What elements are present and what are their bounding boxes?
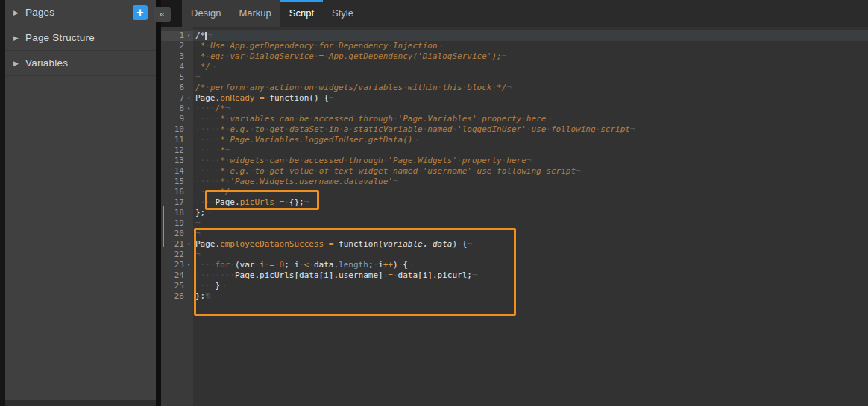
tab-bar-right-section xyxy=(282,0,868,27)
eol-mark: ¬ xyxy=(472,270,477,280)
code-line[interactable]: ¬ xyxy=(195,218,868,229)
fold-arrow-icon[interactable]: ▾ xyxy=(184,95,193,101)
tab-design[interactable]: Design xyxy=(182,0,230,27)
code-line[interactable]: ·····*·widgets·can·be·accessed·through·'… xyxy=(195,156,868,166)
sidebar-item-label: Page Structure xyxy=(25,32,95,43)
code-line[interactable]: ····for·(var·i·=·0;·i·<·data.length;·i++… xyxy=(195,260,868,270)
eol-mark: ¬ xyxy=(576,166,581,176)
gutter: 1▾234567▾8▾9101112131415161718192021▾222… xyxy=(161,27,193,406)
fold-arrow-icon[interactable]: ▾ xyxy=(184,106,193,112)
expand-arrow-icon[interactable]: ▶ xyxy=(13,34,25,42)
gutter-line[interactable]: 19 xyxy=(161,218,193,229)
eol-mark: ¬ xyxy=(526,156,532,165)
gutter-line[interactable]: 20 xyxy=(161,229,193,239)
code-line[interactable]: Page.employeeDataonSuccess·=·function(va… xyxy=(195,239,868,250)
collapse-sidebar-button[interactable]: « xyxy=(154,7,171,22)
app-left-edge xyxy=(0,0,5,406)
code-line[interactable]: ·····*·variables·can·be·accessed·through… xyxy=(195,114,868,124)
gutter-line[interactable]: 17 xyxy=(161,197,193,208)
code-line[interactable]: /*·perform·any·action·on·widgets/variabl… xyxy=(195,83,868,93)
code-line[interactable]: ·····*¬ xyxy=(195,145,868,156)
add-page-button[interactable]: + xyxy=(133,5,148,20)
code-line[interactable]: ····}¬ xyxy=(195,281,868,291)
code-area[interactable]: /*¬·*·Use·App.getDependency·for·Dependen… xyxy=(193,27,868,406)
gutter-line[interactable]: 26 xyxy=(161,291,193,302)
gutter-line[interactable]: 25 xyxy=(161,281,193,291)
eol-mark: ¬ xyxy=(205,208,210,218)
tab-script[interactable]: Script xyxy=(280,0,323,27)
code-line[interactable]: ·····*·e.g.·to·get·dataSet·in·a·staticVa… xyxy=(195,124,868,135)
code-line[interactable]: ¬ xyxy=(195,250,868,260)
code-line[interactable]: };¬ xyxy=(195,208,868,218)
gutter-line[interactable]: 10 xyxy=(161,124,193,135)
code-line[interactable]: ¬ xyxy=(195,229,868,239)
eol-mark: ¬ xyxy=(195,250,201,259)
code-line[interactable]: ········Page.picUrls[data[i].username]·=… xyxy=(195,270,868,281)
eol-mark: ¬ xyxy=(502,51,507,61)
eol-mark: ¬ xyxy=(412,135,418,145)
code-line[interactable]: ·····*/¬ xyxy=(195,187,868,197)
code-line[interactable]: ·····*·e.g.·to·get·value·of·text·widget·… xyxy=(195,166,868,177)
expand-arrow-icon[interactable]: ▶ xyxy=(13,60,25,67)
sidebar-item-page-structure[interactable]: ▶ Page Structure xyxy=(5,25,156,51)
gutter-line[interactable]: 24 xyxy=(161,270,193,281)
code-line[interactable]: ¬ xyxy=(195,72,868,83)
eol-mark: ¬ xyxy=(630,124,635,134)
code-line[interactable]: ·*·Use·App.getDependency·for·Dependency·… xyxy=(195,41,868,51)
eol-mark: ¬ xyxy=(506,83,512,92)
code-line[interactable]: ····/*¬ xyxy=(195,104,868,114)
eol-mark: ¬ xyxy=(225,104,230,113)
code-line[interactable]: ·····*·Page.Variables.loggedInUser.getDa… xyxy=(195,135,868,145)
gutter-line[interactable]: 23▾ xyxy=(161,260,193,270)
gutter-line[interactable]: 4 xyxy=(161,62,193,72)
panel-divider[interactable] xyxy=(156,0,161,406)
gutter-line[interactable]: 2 xyxy=(161,41,193,51)
sidebar-footer xyxy=(5,400,156,406)
gutter-line[interactable]: 7▾ xyxy=(161,93,193,104)
sidebar-item-variables[interactable]: ▶ Variables xyxy=(5,51,156,76)
studio-window: ▶ Pages + ▶ Page Structure ▶ Variables «… xyxy=(0,0,868,406)
code-line[interactable]: ·*/¬ xyxy=(195,62,868,72)
gutter-line[interactable]: 16 xyxy=(161,187,193,197)
code-line[interactable]: ·*·eg:·var·DialogService·=·App.getDepend… xyxy=(195,51,868,62)
sidebar-item-label: Pages xyxy=(25,7,54,18)
gutter-line[interactable]: 21▾ xyxy=(161,239,193,250)
fold-arrow-icon[interactable]: ▾ xyxy=(184,262,193,268)
eol-mark: ¬ xyxy=(329,93,334,103)
gutter-line[interactable]: 15 xyxy=(161,177,193,187)
code-line[interactable]: };¶ xyxy=(195,291,868,302)
expand-arrow-icon[interactable]: ▶ xyxy=(13,9,25,16)
gutter-line[interactable]: 5 xyxy=(161,72,193,83)
fold-arrow-icon[interactable]: ▾ xyxy=(184,241,193,247)
gutter-line[interactable]: 1▾ xyxy=(161,31,193,41)
eol-mark: ¬ xyxy=(195,229,201,238)
eol-mark: ¬ xyxy=(393,177,398,186)
sidebar-item-label: Variables xyxy=(25,57,68,69)
gutter-line[interactable]: 9 xyxy=(161,114,193,124)
eol-mark: ¬ xyxy=(304,197,309,207)
sidebar-item-pages[interactable]: ▶ Pages + xyxy=(5,0,156,25)
code-line[interactable]: /*¬ xyxy=(195,31,868,41)
gutter-line[interactable]: 12 xyxy=(161,145,193,156)
fold-arrow-icon[interactable]: ▾ xyxy=(184,33,193,39)
eol-mark: ¬ xyxy=(195,218,201,228)
eol-mark: ¬ xyxy=(467,239,472,249)
code-line[interactable]: ·····*·'Page.Widgets.username.datavalue'… xyxy=(195,177,868,187)
code-line[interactable]: Page.onReady·=·function()·{¬ xyxy=(195,93,868,104)
code-line[interactable]: ····Page.picUrls·=·{};¬ xyxy=(195,197,868,208)
gutter-line[interactable]: 22 xyxy=(161,250,193,260)
eol-mark: ¶ xyxy=(205,291,210,301)
tab-style[interactable]: Style xyxy=(323,0,362,27)
gutter-line[interactable]: 3 xyxy=(161,51,193,62)
tab-markup[interactable]: Markup xyxy=(230,0,280,27)
gutter-line[interactable]: 11 xyxy=(161,135,193,145)
gutter-line[interactable]: 14 xyxy=(161,166,193,177)
gutter-line[interactable]: 18 xyxy=(161,208,193,218)
gutter-line[interactable]: 13 xyxy=(161,156,193,166)
eol-mark: ¬ xyxy=(210,62,216,72)
scrollbar-thumb[interactable] xyxy=(163,206,164,247)
eol-mark: ¬ xyxy=(230,187,235,197)
gutter-line[interactable]: 6 xyxy=(161,83,193,93)
gutter-line[interactable]: 8▾ xyxy=(161,104,193,114)
script-editor[interactable]: 1▾234567▾8▾9101112131415161718192021▾222… xyxy=(161,27,868,406)
